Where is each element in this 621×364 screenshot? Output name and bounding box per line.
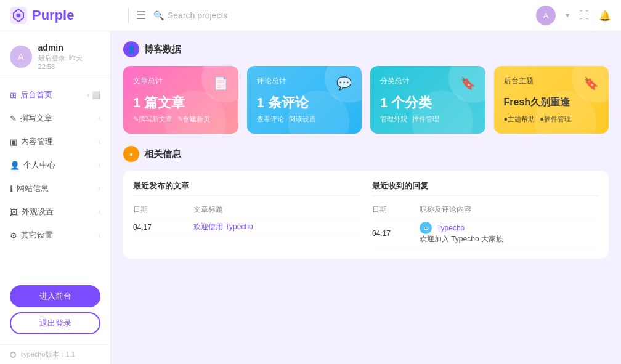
- related-info-title: 相关信息: [144, 148, 181, 160]
- version-dot-icon: [10, 352, 16, 358]
- plugin-mgmt-link[interactable]: ●插件管理: [540, 115, 571, 124]
- stat-actions: ●主题帮助 ●插件管理: [504, 115, 599, 124]
- sidebar-item-label: 外观设置: [22, 206, 54, 217]
- search-placeholder[interactable]: Search projects: [168, 10, 227, 20]
- plugin-management-link[interactable]: 插件管理: [412, 115, 439, 124]
- view-comments-link[interactable]: 查看评论: [257, 115, 284, 124]
- sidebar-item-site-info[interactable]: ℹ 网站信息 ‹: [0, 177, 110, 200]
- info-icon: ℹ: [10, 184, 13, 193]
- stat-value: Fresh久别重逢: [504, 96, 599, 109]
- manage-appearance-link[interactable]: 管理外观: [380, 115, 407, 124]
- category-icon: 🔖: [460, 76, 476, 91]
- write-icon: ✎: [10, 114, 17, 123]
- content-icon: ▣: [10, 137, 17, 147]
- recent-articles-title: 最近发布的文章: [133, 180, 360, 196]
- article-date: 04.17: [133, 218, 193, 237]
- stat-label: 文章总计: [133, 76, 163, 86]
- sidebar-item-label: 撰写文章: [20, 113, 52, 124]
- bell-icon[interactable]: 🔔: [599, 10, 611, 22]
- col-date: 日期: [133, 202, 193, 218]
- col-date: 日期: [372, 202, 420, 218]
- sidebar-item-write[interactable]: ✎ 撰写文章 ‹: [0, 107, 110, 130]
- user-avatar: A: [10, 46, 32, 68]
- stat-value: 1 篇文章: [133, 94, 229, 112]
- main-layout: A admin 最后登录: 昨天 22:58 ⊞ 后台首页 ‹ ⬜ ✎: [0, 31, 621, 364]
- typecho-icon: ⏻: [420, 222, 432, 234]
- hamburger-icon[interactable]: ☰: [136, 9, 146, 22]
- sidebar: A admin 最后登录: 昨天 22:58 ⊞ 后台首页 ‹ ⬜ ✎: [0, 31, 111, 364]
- user-last-login: 最后登录: 昨天 22:58: [38, 54, 100, 70]
- read-settings-link[interactable]: 阅读设置: [289, 115, 316, 124]
- comment-icon: 💬: [336, 76, 352, 91]
- sidebar-item-appearance[interactable]: 🖼 外观设置 ‹: [0, 200, 110, 224]
- recent-replies-table: 日期 昵称及评论内容 04.17 ⏻ Typecho: [372, 202, 599, 249]
- article-icon: 📄: [213, 76, 229, 91]
- stat-actions: ✎撰写新文章 ✎创建新页: [133, 115, 229, 124]
- frontend-button[interactable]: 进入前台: [10, 285, 100, 307]
- sidebar-item-settings[interactable]: ⚙ 其它设置 ‹: [0, 224, 110, 247]
- stat-label: 分类总计: [380, 76, 410, 86]
- article-link[interactable]: 欢迎使用 Typecho: [193, 222, 253, 231]
- profile-icon: 👤: [10, 161, 20, 170]
- recent-replies-title: 最近收到的回复: [372, 180, 599, 196]
- table-row: 04.17 ⏻ Typecho 欢迎加入 Typecho 大家族: [372, 218, 599, 249]
- content-area: 👤 博客数据 文章总计 📄 1 篇文章 ✎撰写新文章 ✎创建新页 评论总计: [111, 31, 621, 364]
- sidebar-buttons: 进入前台 退出登录: [0, 278, 110, 344]
- sidebar-item-profile[interactable]: 👤 个人中心 ‹: [0, 153, 110, 177]
- stat-label: 评论总计: [257, 76, 286, 86]
- info-section: 最近发布的文章 日期 文章标题 04.17 欢迎使用 Typecho: [123, 171, 609, 259]
- related-info-icon: ●: [123, 146, 139, 162]
- header: Purple ☰ 🔍 Search projects A ▾ ⛶ 🔔: [0, 0, 621, 31]
- version-text: Typecho版本：1.1: [20, 350, 75, 359]
- search-area: 🔍 Search projects: [153, 10, 227, 20]
- stat-card-articles: 文章总计 📄 1 篇文章 ✎撰写新文章 ✎创建新页: [123, 66, 238, 134]
- table-row: 04.17 欢迎使用 Typecho: [133, 218, 360, 237]
- sidebar-item-label: 后台首页: [20, 89, 52, 100]
- stat-card-categories: 分类总计 🔖 1 个分类 管理外观 插件管理: [370, 66, 485, 134]
- sidebar-item-label: 内容管理: [21, 136, 53, 147]
- logout-button[interactable]: 退出登录: [10, 312, 100, 334]
- dashboard-icon: ⊞: [10, 91, 17, 100]
- blog-data-header: 👤 博客数据: [123, 41, 609, 57]
- recent-articles-block: 最近发布的文章 日期 文章标题 04.17 欢迎使用 Typecho: [133, 180, 360, 249]
- appearance-icon: 🖼: [10, 208, 18, 217]
- sidebar-item-dashboard[interactable]: ⊞ 后台首页 ‹ ⬜: [0, 83, 110, 107]
- recent-replies-block: 最近收到的回复 日期 昵称及评论内容 04.17: [372, 180, 599, 249]
- stat-actions: 查看评论 阅读设置: [257, 115, 352, 124]
- reply-date: 04.17: [372, 218, 420, 249]
- theme-icon: 🔖: [583, 76, 599, 91]
- search-icon: 🔍: [153, 10, 164, 20]
- col-content: 昵称及评论内容: [420, 202, 599, 218]
- write-new-article-link[interactable]: ✎撰写新文章: [133, 115, 172, 124]
- header-avatar[interactable]: A: [536, 6, 556, 25]
- chevron-down-icon: ▾: [566, 11, 569, 20]
- stat-value: 1 条评论: [257, 94, 352, 112]
- svg-point-3: [17, 14, 20, 17]
- blog-data-title: 博客数据: [144, 44, 181, 55]
- blog-data-icon: 👤: [123, 41, 139, 57]
- sidebar-item-content[interactable]: ▣ 内容管理 ‹: [0, 130, 110, 153]
- expand-icon[interactable]: ⛶: [579, 10, 589, 21]
- stat-value: 1 个分类: [380, 94, 476, 112]
- sidebar-user: A admin 最后登录: 昨天 22:58: [0, 31, 110, 78]
- logo-area: Purple: [10, 7, 121, 24]
- header-right: A ▾ ⛶ 🔔: [536, 6, 611, 25]
- reply-author: Typecho: [437, 224, 465, 232]
- related-info-header: ● 相关信息: [123, 146, 609, 162]
- col-title: 文章标题: [193, 202, 360, 218]
- sidebar-item-label: 个人中心: [23, 160, 55, 171]
- stat-card-comments: 评论总计 💬 1 条评论 查看评论 阅读设置: [247, 66, 362, 134]
- logo-icon: [10, 7, 27, 24]
- sidebar-nav: ⊞ 后台首页 ‹ ⬜ ✎ 撰写文章 ‹ ▣ 内容管理: [0, 78, 110, 278]
- recent-articles-table: 日期 文章标题 04.17 欢迎使用 Typecho: [133, 202, 360, 237]
- reply-text: 欢迎加入 Typecho 大家族: [420, 234, 594, 245]
- settings-icon: ⚙: [10, 231, 17, 240]
- create-new-page-link[interactable]: ✎创建新页: [177, 115, 210, 124]
- theme-help-link[interactable]: ●主题帮助: [504, 115, 535, 124]
- stat-card-theme: 后台主题 🔖 Fresh久别重逢 ●主题帮助 ●插件管理: [494, 66, 609, 134]
- sidebar-item-label: 网站信息: [17, 183, 49, 194]
- stat-label: 后台主题: [504, 76, 534, 86]
- header-divider: [128, 8, 129, 23]
- stat-actions: 管理外观 插件管理: [380, 115, 476, 124]
- info-grid: 最近发布的文章 日期 文章标题 04.17 欢迎使用 Typecho: [133, 180, 599, 249]
